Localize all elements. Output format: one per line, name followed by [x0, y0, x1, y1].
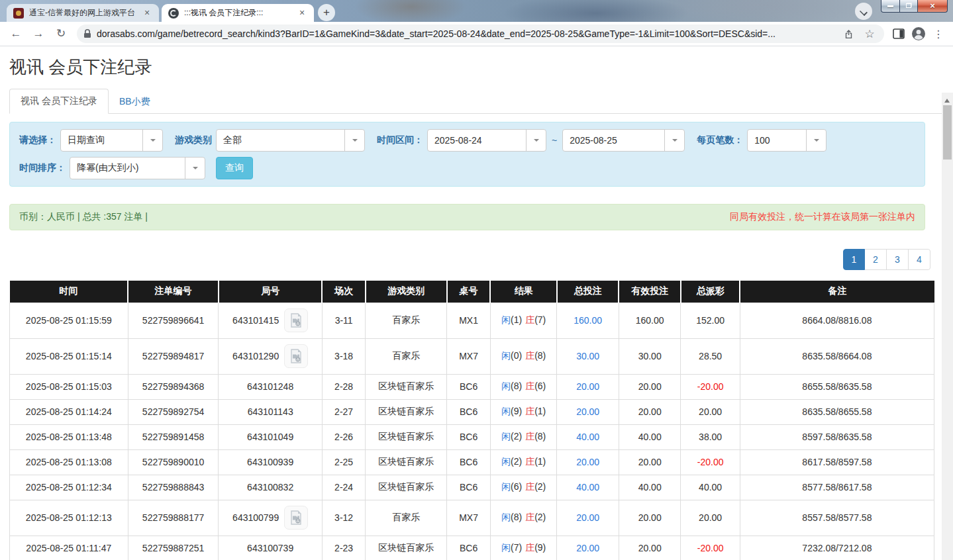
- total-bet-link[interactable]: 20.00: [576, 406, 599, 417]
- query-type-label: 请选择：: [19, 134, 56, 146]
- total-bet-link[interactable]: 20.00: [576, 381, 599, 392]
- cell-result: 闲(8)庄(2): [490, 500, 557, 536]
- query-type-select[interactable]: 日期查询: [60, 129, 163, 152]
- total-bet-link[interactable]: 20.00: [576, 543, 599, 553]
- page-button[interactable]: 1: [843, 249, 865, 270]
- reload-icon[interactable]: ↻: [52, 24, 70, 43]
- result-banker-count: (9): [534, 542, 546, 553]
- page-size-label: 每页笔数：: [697, 134, 743, 146]
- video-replay-button[interactable]: [284, 308, 308, 332]
- table-body: 2025-08-25 01:15:59 522759896641 6431014…: [10, 303, 934, 560]
- total-bet-link[interactable]: 20.00: [576, 457, 599, 467]
- cell-game-kind: 百家乐: [366, 338, 447, 374]
- query-button[interactable]: 查询: [216, 157, 253, 179]
- date-start-select[interactable]: 2025-08-24: [427, 129, 546, 152]
- cell-time: 2025-08-25 01:11:47: [10, 536, 128, 560]
- page-scrollbar[interactable]: [942, 93, 953, 560]
- tab-close-icon[interactable]: ×: [297, 8, 307, 19]
- cell-bet-id: 522759887251: [128, 536, 219, 560]
- close-button[interactable]: ×: [918, 0, 948, 13]
- pagination: 1234: [843, 249, 930, 270]
- result-player-count: (7): [511, 542, 522, 553]
- result-banker-label: 庄: [525, 314, 534, 325]
- page-size-select[interactable]: 100: [747, 129, 827, 152]
- total-bet-link[interactable]: 40.00: [576, 432, 599, 442]
- sort-select[interactable]: 降幂(由大到小): [70, 157, 205, 179]
- total-bet-link[interactable]: 30.00: [576, 351, 599, 361]
- lock-icon: [83, 29, 91, 38]
- result-player-label: 闲: [501, 456, 511, 467]
- forward-icon[interactable]: →: [29, 24, 48, 43]
- result-player-label: 闲: [501, 512, 511, 522]
- scrollbar-thumb[interactable]: [943, 105, 952, 160]
- result-player-count: (8): [511, 381, 522, 391]
- table-row: 2025-08-25 01:13:08 522759890010 6431009…: [10, 449, 934, 475]
- cell-total-bet: 20.00: [557, 374, 619, 399]
- total-bet-link[interactable]: 160.00: [574, 315, 602, 326]
- cell-payout: 40.00: [681, 475, 740, 500]
- address-bar[interactable]: dorasabs.com/game/betrecord_search/kind3…: [77, 24, 884, 43]
- bookmark-star-icon[interactable]: ☆: [862, 26, 878, 42]
- cell-total-bet: 40.00: [557, 424, 619, 449]
- tab-title: 通宝-信誉最好的网上游戏平台: [29, 7, 136, 19]
- game-kind-select[interactable]: 全部: [216, 129, 365, 152]
- cell-valid-bet: 40.00: [619, 424, 681, 449]
- back-icon[interactable]: ←: [7, 24, 25, 43]
- result-banker-label: 庄: [525, 542, 534, 553]
- table-row: 2025-08-25 01:12:13 522759888177 6431007…: [10, 500, 934, 536]
- share-icon[interactable]: [840, 26, 856, 42]
- tab-close-icon[interactable]: ×: [142, 8, 152, 19]
- column-header: 备注: [740, 281, 934, 303]
- video-replay-button[interactable]: [284, 506, 308, 530]
- result-banker-count: (2): [534, 481, 546, 492]
- cell-total-bet: 160.00: [557, 303, 619, 338]
- round-number: 643100939: [247, 457, 293, 468]
- cell-table-no: BC6: [447, 424, 491, 449]
- page-button[interactable]: 3: [887, 249, 909, 270]
- menu-icon[interactable]: ⋮: [930, 26, 946, 42]
- restore-button[interactable]: [900, 0, 918, 13]
- summary-bar: 币别：人民币 | 总共 :357 注单 | 同局有效投注，统一计算在该局第一张注…: [9, 204, 925, 230]
- side-panel-icon[interactable]: [891, 26, 907, 42]
- table-row: 2025-08-25 01:14:24 522759892754 6431011…: [10, 399, 934, 424]
- result-player-count: (2): [511, 431, 522, 442]
- result-player-count: (6): [511, 481, 522, 492]
- cell-bet-id: 522759894817: [128, 338, 219, 374]
- browser-tab-tongbao[interactable]: 通宝-信誉最好的网上游戏平台 ×: [7, 4, 159, 22]
- result-player-count: (2): [511, 456, 522, 467]
- tab-betrecord[interactable]: 视讯 会员下注纪录: [9, 89, 109, 114]
- tab-bb-tip[interactable]: BB小费: [109, 90, 161, 114]
- page-button[interactable]: 4: [909, 249, 930, 270]
- cell-total-bet: 20.00: [557, 536, 619, 560]
- table-row: 2025-08-25 01:15:59 522759896641 6431014…: [10, 303, 934, 338]
- cell-note: 8557.58/8577.58: [740, 500, 934, 536]
- browser-tab-betrecord[interactable]: :::视讯 会员下注纪录::: ×: [162, 4, 314, 22]
- table-row: 2025-08-25 01:15:14 522759894817 6431012…: [10, 338, 934, 374]
- total-bet-link[interactable]: 40.00: [576, 482, 599, 492]
- video-replay-button[interactable]: [284, 344, 308, 368]
- cell-session: 2-24: [322, 475, 366, 500]
- result-player-label: 闲: [501, 314, 511, 325]
- tab-search-button[interactable]: [855, 3, 872, 20]
- cell-table-no: BC6: [447, 399, 491, 424]
- date-end-select[interactable]: 2025-08-25: [562, 129, 685, 152]
- minimize-button[interactable]: [881, 0, 900, 13]
- cell-note: 8635.58/8664.08: [740, 338, 934, 374]
- cell-round-id: 643101290: [219, 338, 322, 374]
- cell-payout: 38.00: [681, 424, 740, 449]
- cell-table-no: MX1: [447, 303, 491, 338]
- page-button[interactable]: 2: [865, 249, 887, 270]
- column-header: 桌号: [447, 281, 491, 303]
- cell-bet-id: 522759894368: [128, 374, 219, 399]
- profile-avatar[interactable]: [911, 26, 927, 42]
- cell-round-id: 643100799: [219, 500, 322, 536]
- result-banker-count: (8): [534, 431, 546, 442]
- total-bet-link[interactable]: 20.00: [576, 512, 599, 523]
- cell-payout: 20.00: [681, 500, 740, 536]
- result-banker-count: (1): [534, 456, 546, 467]
- new-tab-button[interactable]: +: [318, 4, 335, 21]
- result-player-label: 闲: [501, 431, 511, 442]
- url-text[interactable]: dorasabs.com/game/betrecord_search/kind3…: [97, 28, 835, 39]
- cell-table-no: BC6: [447, 536, 491, 560]
- scroll-up-icon[interactable]: [944, 96, 950, 103]
